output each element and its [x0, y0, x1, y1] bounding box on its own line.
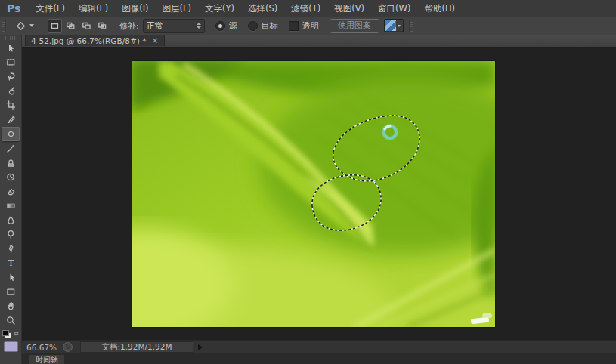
- eraser-tool-icon: [6, 187, 16, 196]
- gradient-tool-icon: [6, 201, 16, 211]
- photoshop-logo: Ps: [0, 2, 29, 14]
- crop-tool-icon: [6, 100, 16, 110]
- path-selection-tool[interactable]: [2, 270, 20, 285]
- pattern-picker[interactable]: [384, 19, 404, 32]
- patch-label: 修补:: [119, 20, 139, 32]
- zoom-level-field[interactable]: 66.67%: [21, 343, 63, 352]
- shape-tool-icon: [6, 287, 16, 297]
- document-sizes-field[interactable]: 文档:1.92M/1.92M: [80, 341, 193, 353]
- foreground-color-swatch[interactable]: [4, 341, 18, 352]
- tools-panel: T ⇄: [0, 35, 22, 364]
- eyedropper-tool[interactable]: [2, 113, 20, 127]
- menu-item[interactable]: 帮助(H): [417, 0, 462, 17]
- hand-tool[interactable]: [2, 299, 20, 313]
- transparent-checkbox[interactable]: 透明: [289, 20, 319, 32]
- brush-tool[interactable]: [2, 141, 20, 156]
- clone-stamp-tool[interactable]: [2, 156, 20, 170]
- menu-item[interactable]: 图像(I): [115, 0, 155, 17]
- document-tab-title: 4-52.jpg @ 66.7%(RGB/8#) *: [31, 36, 146, 45]
- patch-tool-icon: [15, 20, 26, 32]
- patch-tool[interactable]: [2, 127, 20, 141]
- radio-icon: [248, 21, 258, 31]
- sync-status-icon[interactable]: ↻: [63, 342, 73, 352]
- history-brush-tool-icon: [6, 172, 16, 182]
- selection-mode-buttons: [47, 19, 110, 33]
- lasso-tool[interactable]: [2, 69, 20, 84]
- radio-icon: [215, 21, 225, 31]
- svg-text:T: T: [8, 258, 14, 268]
- quick-selection-tool[interactable]: [2, 84, 20, 98]
- options-bar-grip[interactable]: [409, 20, 413, 32]
- hand-tool-icon: [6, 301, 16, 311]
- pen-tool[interactable]: [2, 242, 20, 256]
- checkbox-icon: [289, 21, 299, 31]
- menu-item[interactable]: 滤镜(T): [284, 0, 327, 17]
- pen-tool-icon: [6, 244, 16, 254]
- crop-tool[interactable]: [2, 98, 20, 113]
- selection-mode-button[interactable]: [95, 19, 110, 33]
- path-selection-tool-icon: [6, 273, 16, 282]
- target-radio-label: 目标: [262, 20, 278, 32]
- menu-item[interactable]: 文件(F): [29, 0, 72, 17]
- blur-tool[interactable]: [2, 213, 20, 227]
- eyedropper-tool-icon: [6, 115, 16, 125]
- default-colors-icon[interactable]: [2, 330, 11, 338]
- lasso-tool-icon: [6, 72, 16, 82]
- menu-item[interactable]: 选择(S): [241, 0, 284, 17]
- document-image[interactable]: [132, 61, 495, 327]
- selection-mode-button[interactable]: [79, 19, 94, 33]
- history-brush-tool[interactable]: [2, 170, 20, 184]
- source-radio-label: 源: [229, 20, 237, 32]
- patch-mode-value: 正常: [147, 20, 197, 32]
- quick-selection-tool-icon: [6, 86, 16, 96]
- selection-mode-button[interactable]: [48, 19, 62, 33]
- patch-mode-select[interactable]: 正常: [143, 19, 205, 33]
- rectangular-marquee-tool[interactable]: [2, 55, 20, 69]
- shape-tool[interactable]: [2, 285, 20, 299]
- status-menu-arrow-icon[interactable]: [198, 344, 203, 350]
- gradient-tool[interactable]: [2, 199, 20, 213]
- use-pattern-button[interactable]: 使用图案: [330, 19, 379, 33]
- tool-preset-picker[interactable]: [13, 20, 36, 32]
- transparent-checkbox-label: 透明: [302, 20, 319, 32]
- blur-tool-icon: [6, 215, 16, 225]
- chevron-down-icon: [29, 24, 34, 27]
- tools-panel-grip[interactable]: [5, 36, 16, 40]
- patch-tool-icon: [6, 129, 16, 139]
- brush-tool-icon: [6, 143, 16, 153]
- tab-timeline[interactable]: 时间轴: [29, 354, 65, 364]
- source-radio[interactable]: 源: [215, 20, 237, 32]
- close-icon[interactable]: ×: [151, 37, 158, 45]
- select-spinner-icon: [197, 23, 201, 29]
- pattern-thumbnail-icon: [385, 20, 396, 31]
- tool-list: T: [2, 41, 20, 328]
- zoom-tool-icon: [6, 316, 16, 325]
- chevron-down-icon: [396, 20, 403, 31]
- menu-items: 文件(F)编辑(E)图像(I)图层(L)文字(Y)选择(S)滤镜(T)视图(V)…: [29, 0, 462, 17]
- type-tool-icon: T: [6, 258, 16, 268]
- status-bar: 66.67% ↻ 文档:1.92M/1.92M: [21, 340, 616, 353]
- menu-bar: Ps 文件(F)编辑(E)图像(I)图层(L)文字(Y)选择(S)滤镜(T)视图…: [0, 0, 616, 17]
- menu-item[interactable]: 图层(L): [156, 0, 198, 17]
- move-tool[interactable]: [2, 41, 20, 55]
- zoom-tool[interactable]: [2, 313, 20, 328]
- eraser-tool[interactable]: [2, 184, 20, 199]
- menu-item[interactable]: 视图(V): [327, 0, 371, 17]
- selection-mode-button[interactable]: [63, 19, 78, 33]
- rectangular-marquee-tool-icon: [6, 57, 16, 67]
- move-tool-icon: [6, 43, 16, 53]
- options-bar-grip[interactable]: [2, 20, 6, 32]
- menu-item[interactable]: 窗口(W): [371, 0, 417, 17]
- tool-options-bar: 修补: 正常 源 目标 透明 使用图案: [0, 17, 616, 35]
- clone-stamp-tool-icon: [6, 158, 16, 168]
- target-radio[interactable]: 目标: [248, 20, 278, 32]
- swap-colors-icon[interactable]: ⇄: [14, 330, 19, 338]
- dodge-tool[interactable]: [2, 227, 20, 242]
- menu-item[interactable]: 编辑(E): [72, 0, 115, 17]
- document-tab-bar: 4-52.jpg @ 66.7%(RGB/8#) * ×: [21, 35, 616, 48]
- menu-item[interactable]: 文字(Y): [198, 0, 241, 17]
- dodge-tool-icon: [6, 230, 16, 239]
- type-tool[interactable]: T: [2, 256, 20, 270]
- timeline-panel-strip: 时间轴: [21, 353, 616, 364]
- document-tab[interactable]: 4-52.jpg @ 66.7%(RGB/8#) * ×: [25, 35, 165, 46]
